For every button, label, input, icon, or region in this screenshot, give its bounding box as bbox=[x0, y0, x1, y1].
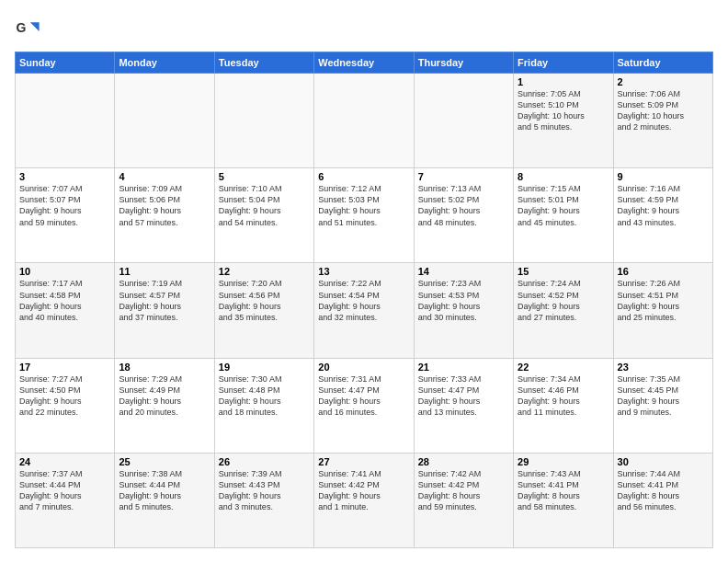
day-number: 16 bbox=[618, 266, 709, 277]
day-number: 11 bbox=[119, 266, 210, 277]
day-number: 5 bbox=[219, 171, 310, 182]
calendar-cell: 4Sunrise: 7:09 AM Sunset: 5:06 PM Daylig… bbox=[115, 168, 214, 263]
day-number: 19 bbox=[219, 362, 310, 373]
calendar-week-row: 24Sunrise: 7:37 AM Sunset: 4:44 PM Dayli… bbox=[16, 453, 713, 547]
calendar-cell: 13Sunrise: 7:22 AM Sunset: 4:54 PM Dayli… bbox=[314, 263, 414, 358]
day-info: Sunrise: 7:07 AM Sunset: 5:07 PM Dayligh… bbox=[19, 183, 110, 228]
calendar-cell: 27Sunrise: 7:41 AM Sunset: 4:42 PM Dayli… bbox=[314, 453, 414, 547]
calendar-cell: 25Sunrise: 7:38 AM Sunset: 4:44 PM Dayli… bbox=[115, 453, 214, 547]
day-info: Sunrise: 7:26 AM Sunset: 4:51 PM Dayligh… bbox=[618, 278, 709, 323]
calendar-header: SundayMondayTuesdayWednesdayThursdayFrid… bbox=[16, 52, 713, 74]
day-number: 21 bbox=[418, 362, 509, 373]
calendar-cell: 28Sunrise: 7:42 AM Sunset: 4:42 PM Dayli… bbox=[414, 453, 513, 547]
calendar-cell: 16Sunrise: 7:26 AM Sunset: 4:51 PM Dayli… bbox=[613, 263, 712, 358]
calendar-cell: 15Sunrise: 7:24 AM Sunset: 4:52 PM Dayli… bbox=[514, 263, 613, 358]
day-info: Sunrise: 7:39 AM Sunset: 4:43 PM Dayligh… bbox=[219, 468, 310, 513]
day-number: 30 bbox=[618, 456, 709, 467]
day-number: 8 bbox=[518, 171, 609, 182]
day-number: 25 bbox=[119, 456, 210, 467]
calendar-cell: 5Sunrise: 7:10 AM Sunset: 5:04 PM Daylig… bbox=[214, 168, 313, 263]
logo: G bbox=[15, 18, 44, 44]
calendar-cell: 3Sunrise: 7:07 AM Sunset: 5:07 PM Daylig… bbox=[16, 168, 115, 263]
day-number: 18 bbox=[119, 362, 210, 373]
svg-text:G: G bbox=[16, 20, 26, 35]
day-number: 3 bbox=[19, 171, 110, 182]
day-info: Sunrise: 7:19 AM Sunset: 4:57 PM Dayligh… bbox=[119, 278, 210, 323]
day-info: Sunrise: 7:35 AM Sunset: 4:45 PM Dayligh… bbox=[618, 373, 709, 419]
weekday-header: Monday bbox=[115, 52, 214, 74]
weekday-row: SundayMondayTuesdayWednesdayThursdayFrid… bbox=[16, 52, 713, 74]
day-info: Sunrise: 7:29 AM Sunset: 4:49 PM Dayligh… bbox=[119, 373, 210, 419]
calendar-cell: 21Sunrise: 7:33 AM Sunset: 4:47 PM Dayli… bbox=[414, 358, 513, 453]
calendar-cell: 20Sunrise: 7:31 AM Sunset: 4:47 PM Dayli… bbox=[314, 358, 414, 453]
day-number: 26 bbox=[219, 456, 310, 467]
weekday-header: Friday bbox=[514, 52, 613, 74]
calendar-cell bbox=[314, 74, 414, 168]
calendar-table: SundayMondayTuesdayWednesdayThursdayFrid… bbox=[15, 52, 713, 548]
logo-icon: G bbox=[15, 18, 40, 44]
day-info: Sunrise: 7:06 AM Sunset: 5:09 PM Dayligh… bbox=[618, 88, 709, 133]
day-number: 27 bbox=[318, 456, 409, 467]
day-number: 7 bbox=[418, 171, 509, 182]
day-info: Sunrise: 7:30 AM Sunset: 4:48 PM Dayligh… bbox=[219, 373, 310, 419]
weekday-header: Tuesday bbox=[214, 52, 313, 74]
day-number: 15 bbox=[518, 266, 609, 277]
calendar-cell: 10Sunrise: 7:17 AM Sunset: 4:58 PM Dayli… bbox=[16, 263, 115, 358]
day-number: 20 bbox=[318, 362, 409, 373]
calendar-week-row: 3Sunrise: 7:07 AM Sunset: 5:07 PM Daylig… bbox=[16, 168, 713, 263]
calendar-cell: 29Sunrise: 7:43 AM Sunset: 4:41 PM Dayli… bbox=[514, 453, 613, 547]
day-number: 24 bbox=[19, 456, 110, 467]
header: G bbox=[15, 15, 713, 44]
calendar-cell: 7Sunrise: 7:13 AM Sunset: 5:02 PM Daylig… bbox=[414, 168, 513, 263]
day-info: Sunrise: 7:42 AM Sunset: 4:42 PM Dayligh… bbox=[418, 468, 509, 513]
day-info: Sunrise: 7:37 AM Sunset: 4:44 PM Dayligh… bbox=[19, 468, 110, 513]
day-info: Sunrise: 7:05 AM Sunset: 5:10 PM Dayligh… bbox=[518, 88, 609, 133]
calendar-cell: 1Sunrise: 7:05 AM Sunset: 5:10 PM Daylig… bbox=[514, 74, 613, 168]
calendar-cell: 23Sunrise: 7:35 AM Sunset: 4:45 PM Dayli… bbox=[613, 358, 712, 453]
page: G SundayMondayTuesdayWednesdayThursdayFr… bbox=[0, 0, 728, 563]
calendar-cell bbox=[214, 74, 313, 168]
calendar-week-row: 1Sunrise: 7:05 AM Sunset: 5:10 PM Daylig… bbox=[16, 74, 713, 168]
calendar-cell: 14Sunrise: 7:23 AM Sunset: 4:53 PM Dayli… bbox=[414, 263, 513, 358]
calendar-body: 1Sunrise: 7:05 AM Sunset: 5:10 PM Daylig… bbox=[16, 74, 713, 548]
day-info: Sunrise: 7:09 AM Sunset: 5:06 PM Dayligh… bbox=[119, 183, 210, 228]
calendar-cell: 12Sunrise: 7:20 AM Sunset: 4:56 PM Dayli… bbox=[214, 263, 313, 358]
day-number: 29 bbox=[518, 456, 609, 467]
svg-marker-1 bbox=[30, 22, 40, 31]
calendar-cell: 26Sunrise: 7:39 AM Sunset: 4:43 PM Dayli… bbox=[214, 453, 313, 547]
weekday-header: Sunday bbox=[16, 52, 115, 74]
day-number: 14 bbox=[418, 266, 509, 277]
day-info: Sunrise: 7:34 AM Sunset: 4:46 PM Dayligh… bbox=[518, 373, 609, 419]
calendar-cell: 17Sunrise: 7:27 AM Sunset: 4:50 PM Dayli… bbox=[16, 358, 115, 453]
day-info: Sunrise: 7:23 AM Sunset: 4:53 PM Dayligh… bbox=[418, 278, 509, 323]
day-number: 9 bbox=[618, 171, 709, 182]
day-number: 4 bbox=[119, 171, 210, 182]
calendar-cell bbox=[16, 74, 115, 168]
day-info: Sunrise: 7:27 AM Sunset: 4:50 PM Dayligh… bbox=[19, 373, 110, 419]
day-number: 6 bbox=[318, 171, 409, 182]
day-number: 1 bbox=[518, 76, 609, 87]
calendar-cell: 22Sunrise: 7:34 AM Sunset: 4:46 PM Dayli… bbox=[514, 358, 613, 453]
day-info: Sunrise: 7:12 AM Sunset: 5:03 PM Dayligh… bbox=[318, 183, 409, 228]
day-info: Sunrise: 7:44 AM Sunset: 4:41 PM Dayligh… bbox=[618, 468, 709, 513]
day-info: Sunrise: 7:31 AM Sunset: 4:47 PM Dayligh… bbox=[318, 373, 409, 419]
day-info: Sunrise: 7:41 AM Sunset: 4:42 PM Dayligh… bbox=[318, 468, 409, 513]
calendar-cell: 11Sunrise: 7:19 AM Sunset: 4:57 PM Dayli… bbox=[115, 263, 214, 358]
calendar-cell: 8Sunrise: 7:15 AM Sunset: 5:01 PM Daylig… bbox=[514, 168, 613, 263]
day-number: 13 bbox=[318, 266, 409, 277]
calendar-cell: 2Sunrise: 7:06 AM Sunset: 5:09 PM Daylig… bbox=[613, 74, 712, 168]
calendar-cell: 9Sunrise: 7:16 AM Sunset: 4:59 PM Daylig… bbox=[613, 168, 712, 263]
calendar-cell bbox=[115, 74, 214, 168]
day-info: Sunrise: 7:15 AM Sunset: 5:01 PM Dayligh… bbox=[518, 183, 609, 228]
calendar-cell: 6Sunrise: 7:12 AM Sunset: 5:03 PM Daylig… bbox=[314, 168, 414, 263]
day-number: 17 bbox=[19, 362, 110, 373]
calendar-cell bbox=[414, 74, 513, 168]
calendar-cell: 24Sunrise: 7:37 AM Sunset: 4:44 PM Dayli… bbox=[16, 453, 115, 547]
day-info: Sunrise: 7:20 AM Sunset: 4:56 PM Dayligh… bbox=[219, 278, 310, 323]
day-info: Sunrise: 7:33 AM Sunset: 4:47 PM Dayligh… bbox=[418, 373, 509, 419]
day-number: 12 bbox=[219, 266, 310, 277]
day-info: Sunrise: 7:13 AM Sunset: 5:02 PM Dayligh… bbox=[418, 183, 509, 228]
day-info: Sunrise: 7:16 AM Sunset: 4:59 PM Dayligh… bbox=[618, 183, 709, 228]
day-number: 23 bbox=[618, 362, 709, 373]
calendar-cell: 18Sunrise: 7:29 AM Sunset: 4:49 PM Dayli… bbox=[115, 358, 214, 453]
